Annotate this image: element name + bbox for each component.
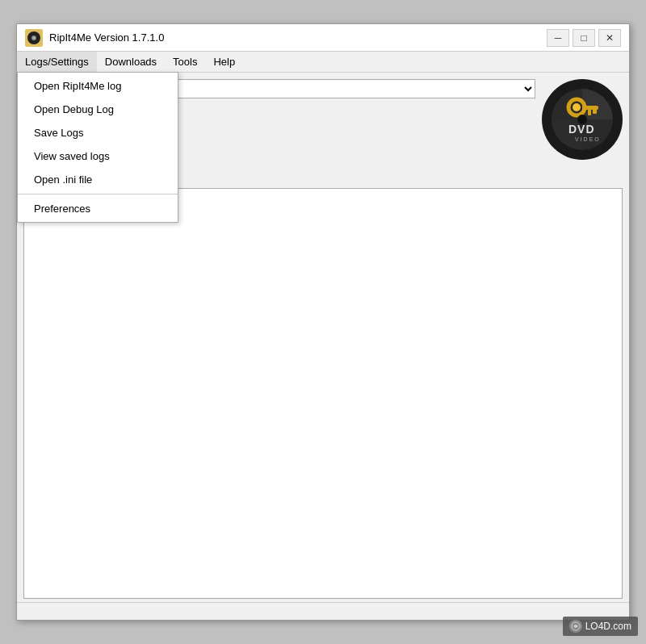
menu-logs-settings[interactable]: Logs/Settings Open RipIt4Me log Open Deb… — [17, 52, 97, 72]
app-icon — [25, 29, 43, 47]
menu-open-ini-file[interactable]: Open .ini file — [18, 168, 178, 191]
close-button[interactable]: ✕ — [598, 29, 621, 47]
minimize-button[interactable]: ─ — [547, 29, 569, 47]
menu-bar: Logs/Settings Open RipIt4Me log Open Deb… — [17, 52, 629, 73]
menu-view-saved-logs[interactable]: View saved logs — [18, 144, 178, 168]
watermark-text: LO4D.com — [585, 621, 631, 632]
dropdown-separator — [18, 194, 178, 194]
menu-save-logs[interactable]: Save Logs — [18, 121, 178, 144]
svg-rect-8 — [593, 106, 597, 114]
title-bar-left: RipIt4Me Version 1.7.1.0 — [25, 29, 164, 47]
svg-text:VIDEO: VIDEO — [575, 136, 601, 142]
menu-tools[interactable]: Tools — [165, 52, 205, 72]
dvd-logo: DVD VIDEO — [542, 79, 623, 160]
menu-open-ripitme-log[interactable]: Open RipIt4Me log — [18, 74, 178, 98]
title-bar-controls: ─ □ ✕ — [547, 29, 621, 47]
log-area[interactable]: No RipIt4Me update available — [23, 188, 623, 599]
status-bar — [17, 602, 629, 620]
main-window: RipIt4Me Version 1.7.1.0 ─ □ ✕ Logs/Sett… — [16, 23, 630, 621]
menu-help[interactable]: Help — [205, 52, 243, 72]
svg-point-2 — [33, 36, 36, 39]
svg-point-6 — [573, 103, 581, 111]
watermark: LO4D.com — [563, 617, 638, 636]
maximize-button[interactable]: □ — [573, 29, 595, 47]
window-title: RipIt4Me Version 1.7.1.0 — [49, 31, 164, 44]
watermark-icon — [569, 620, 582, 633]
menu-open-debug-log[interactable]: Open Debug Log — [18, 98, 178, 121]
svg-point-12 — [577, 115, 587, 124]
svg-rect-9 — [588, 110, 591, 115]
title-bar: RipIt4Me Version 1.7.1.0 ─ □ ✕ — [17, 24, 629, 52]
menu-downloads[interactable]: Downloads — [97, 52, 165, 72]
menu-preferences[interactable]: Preferences — [18, 197, 178, 220]
logs-settings-dropdown: Open RipIt4Me log Open Debug Log Save Lo… — [17, 72, 178, 223]
svg-text:DVD: DVD — [568, 123, 595, 136]
